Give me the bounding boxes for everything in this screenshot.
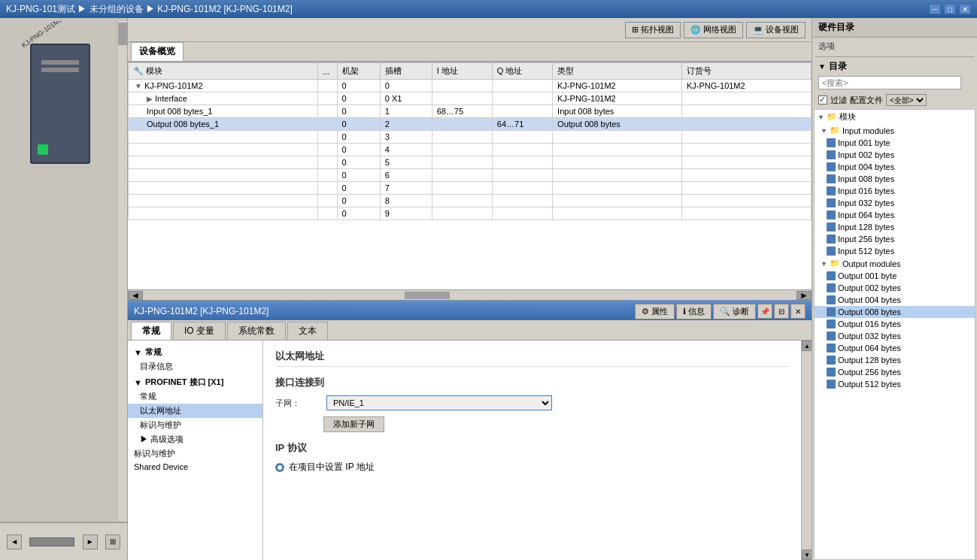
tree-output-item[interactable]: Output 256 bytes xyxy=(815,366,975,378)
cell-iaddr xyxy=(432,80,492,92)
tab-sys-const[interactable]: 系统常数 xyxy=(227,322,286,340)
bottom-close-btn[interactable]: ✕ xyxy=(790,304,806,319)
topo-view-btn[interactable]: ⊞ 拓扑视图 xyxy=(625,22,681,38)
scroll-up-btn[interactable]: ▲ xyxy=(802,341,812,351)
close-btn[interactable]: ✕ xyxy=(959,4,971,14)
scroll-left-btn[interactable]: ◄ xyxy=(128,291,143,300)
content-scrollbar[interactable]: ▲ ▼ xyxy=(801,341,812,560)
nav-right-btn[interactable]: ► xyxy=(83,534,98,549)
output-item-label: Output 001 byte xyxy=(838,271,897,280)
cell-iaddr: 68…75 xyxy=(432,105,492,118)
module-icon xyxy=(827,319,836,328)
bottom-pin-btn[interactable]: 📌 xyxy=(757,304,772,319)
table-row[interactable]: 0 6 xyxy=(129,169,812,182)
scroll-down-btn[interactable]: ▼ xyxy=(802,549,812,560)
scroll-right-btn[interactable]: ► xyxy=(796,291,812,300)
module-icon xyxy=(827,344,836,353)
info-tab-btn[interactable]: ℹ 信息 xyxy=(676,304,712,319)
tab-text[interactable]: 文本 xyxy=(287,322,328,340)
tree-modules-root[interactable]: ▼ 📁 模块 xyxy=(815,110,975,124)
scroll-track[interactable] xyxy=(143,291,796,300)
filter-checkbox[interactable] xyxy=(818,95,827,104)
table-row[interactable]: 0 3 xyxy=(129,131,812,144)
output-folder-icon: 📁 xyxy=(830,259,840,268)
device-view-btn[interactable]: 💻 设备视图 xyxy=(746,22,806,38)
diag-tab-btn[interactable]: 🔍 诊断 xyxy=(713,304,756,319)
tree-input-item[interactable]: Input 512 bytes xyxy=(815,245,975,257)
tree-output-modules[interactable]: ▼ 📁 Output modules xyxy=(815,257,975,270)
ip-radio-btn[interactable] xyxy=(275,463,284,472)
tree-input-item[interactable]: Input 004 bytes xyxy=(815,161,975,173)
tree-input-item[interactable]: Input 256 bytes xyxy=(815,233,975,245)
bottom-float-btn[interactable]: ⊟ xyxy=(774,304,789,319)
cell-module: ▼ KJ-PNG-101M2 xyxy=(129,80,318,92)
col-iaddr: I 地址 xyxy=(432,63,492,80)
tree-input-item[interactable]: Input 032 bytes xyxy=(815,197,975,209)
catalog-search-input[interactable] xyxy=(818,76,961,89)
horizontal-scrollbar[interactable]: ◄ ► xyxy=(128,289,812,300)
tree-input-item[interactable]: Input 002 bytes xyxy=(815,149,975,161)
nav-shared-device[interactable]: Shared Device xyxy=(128,461,262,473)
main-table-area[interactable]: 🔧 模块 ... 机架 插槽 I 地址 Q 地址 类型 订货号 xyxy=(128,62,812,289)
tree-output-item[interactable]: Output 001 byte xyxy=(815,270,975,282)
table-row[interactable]: 0 5 xyxy=(129,156,812,169)
table-row[interactable]: ▶ Interface 0 0 X1 KJ-PNG-101M2 xyxy=(129,92,812,105)
nav-slider[interactable] xyxy=(29,537,74,546)
table-row[interactable]: Output 008 bytes_1 0 2 64…71 Output 008 … xyxy=(129,118,812,131)
overview-tab[interactable]: 设备概览 xyxy=(131,42,184,61)
nav-expand-btn[interactable]: ⊞ xyxy=(105,534,120,549)
diag-icon: 🔍 xyxy=(720,307,730,316)
module-icon xyxy=(827,186,836,195)
scroll-track-v[interactable] xyxy=(802,351,812,549)
tab-io-var[interactable]: IO 变量 xyxy=(173,322,226,340)
table-row[interactable]: 0 8 xyxy=(129,195,812,207)
tree-output-item[interactable]: Output 004 bytes xyxy=(815,294,975,306)
table-row[interactable]: 0 7 xyxy=(129,182,812,195)
nav-id-maint2[interactable]: 标识与维护 xyxy=(128,446,262,461)
tree-output-item[interactable]: Output 128 bytes xyxy=(815,354,975,366)
restore-btn[interactable]: □ xyxy=(944,4,956,14)
tree-output-item[interactable]: Output 512 bytes xyxy=(815,378,975,390)
tab-general[interactable]: 常规 xyxy=(131,322,171,340)
scroll-thumb[interactable] xyxy=(405,292,450,299)
table-row[interactable]: ▼ KJ-PNG-101M2 0 0 KJ-PNG-101M2 KJ-PNG-1… xyxy=(129,80,812,92)
tree-output-item[interactable]: Output 032 bytes xyxy=(815,330,975,342)
nav-advanced-opts[interactable]: ▶ 高级选项 xyxy=(128,432,262,446)
tree-output-item[interactable]: Output 016 bytes xyxy=(815,318,975,330)
tree-output-item[interactable]: Output 002 bytes xyxy=(815,282,975,294)
catalog-header-row: ▼ 目录 xyxy=(812,59,977,74)
properties-tab-btn[interactable]: ⚙ 属性 xyxy=(635,304,675,319)
center-panel: ⊞ 拓扑视图 🌐 网络视图 💻 设备视图 设备概览 xyxy=(128,18,812,560)
add-subnet-btn[interactable]: 添加新子网 xyxy=(323,416,384,432)
nav-general-item[interactable]: 常规 xyxy=(128,389,262,404)
tree-input-item[interactable]: Input 001 byte xyxy=(815,137,975,149)
filter-label: 过滤 xyxy=(830,95,847,106)
table-row[interactable]: 0 4 xyxy=(129,144,812,156)
table-row[interactable]: 0 9 xyxy=(129,207,812,220)
bottom-content: ▼ 常规 目录信息 ▼ PROFINET 接口 [X1] 常 xyxy=(128,341,812,560)
tree-input-modules[interactable]: ▼ 📁 Input modules xyxy=(815,124,975,137)
tree-input-item[interactable]: Input 128 bytes xyxy=(815,221,975,233)
module-icon xyxy=(827,150,836,159)
module-icon xyxy=(827,235,836,244)
tree-input-item[interactable]: Input 016 bytes xyxy=(815,185,975,197)
minimize-btn[interactable]: ─ xyxy=(929,4,941,14)
nav-ethernet-addr[interactable]: 以太网地址 xyxy=(128,404,262,418)
config-select[interactable]: <全部> xyxy=(886,94,927,106)
subnet-select[interactable]: PN/IE_1 xyxy=(326,395,552,410)
device-indicator xyxy=(38,144,48,155)
module-icon xyxy=(827,210,836,219)
tree-output-item[interactable]: Output 008 bytes xyxy=(815,306,975,318)
tree-output-item[interactable]: Output 064 bytes xyxy=(815,342,975,354)
nav-left-btn[interactable]: ◄ xyxy=(7,534,22,549)
nav-id-maintenance[interactable]: 标识与维护 xyxy=(128,418,262,432)
nav-catalog-info[interactable]: 目录信息 xyxy=(128,359,262,374)
cell-iaddr xyxy=(432,92,492,105)
cell-module xyxy=(129,169,318,182)
table-row[interactable]: Input 008 bytes_1 0 1 68…75 Input 008 by… xyxy=(129,105,812,118)
tree-input-item[interactable]: Input 064 bytes xyxy=(815,209,975,221)
tree-input-item[interactable]: Input 008 bytes xyxy=(815,173,975,185)
sidebar-divider xyxy=(815,56,974,57)
network-view-btn[interactable]: 🌐 网络视图 xyxy=(684,22,743,38)
window-controls[interactable]: ─ □ ✕ xyxy=(929,4,971,14)
